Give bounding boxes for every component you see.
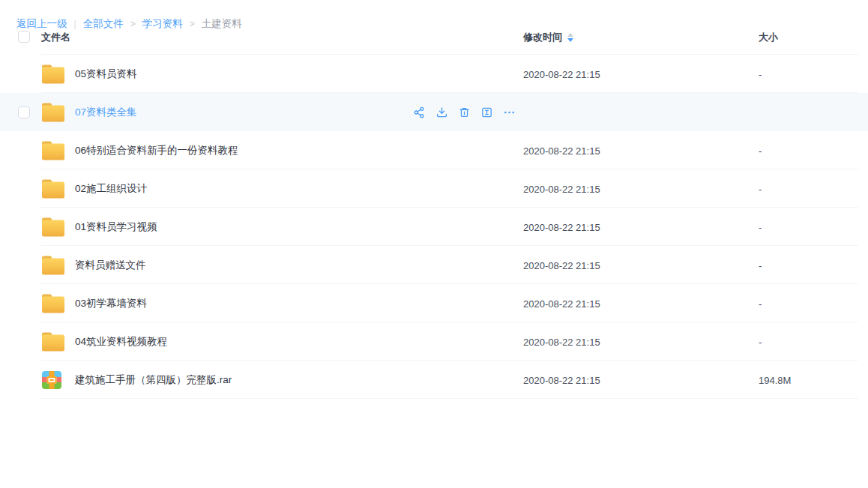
modified-time: 2020-08-22 21:15	[523, 336, 600, 347]
column-header-size: 大小	[759, 31, 778, 44]
modified-time: 2020-08-22 21:15	[523, 68, 600, 79]
folder-icon	[42, 217, 64, 236]
file-size: -	[759, 298, 762, 309]
folder-icon	[42, 294, 64, 313]
file-size: -	[759, 183, 762, 194]
folder-icon	[42, 103, 64, 121]
folder-icon	[42, 256, 64, 274]
download-icon[interactable]	[435, 106, 448, 118]
table-row[interactable]: 02施工组织设计 2020-08-22 21:15 -	[0, 169, 868, 208]
file-size: -	[759, 68, 762, 79]
file-size: -	[759, 221, 762, 232]
file-size: 194.8M	[759, 374, 791, 385]
file-name[interactable]: 07资料类全集	[75, 106, 137, 119]
column-header-modified-label: 修改时间	[523, 31, 562, 44]
rar-file-icon	[42, 371, 61, 389]
file-size: -	[759, 259, 762, 271]
folder-icon	[42, 64, 64, 83]
table-header: 文件名 修改时间 大小	[0, 21, 868, 55]
file-name[interactable]: 资料员赠送文件	[75, 259, 146, 272]
modified-time: 2020-08-22 21:15	[523, 298, 600, 309]
file-manager-page: 返回上一级 | 全部文件 > 学习资料 > 土建资料 文件名 修改时间 大小 0…	[0, 21, 868, 488]
modified-time: 2020-08-22 21:15	[523, 374, 600, 385]
table-row[interactable]: 06特别适合资料新手的一份资料教程 2020-08-22 21:15 -	[0, 131, 868, 169]
file-name[interactable]: 06特别适合资料新手的一份资料教程	[75, 144, 238, 157]
folder-icon	[42, 179, 64, 198]
table-row[interactable]: 建筑施工手册（第四版）完整版.rar 2020-08-22 21:15 194.…	[0, 361, 868, 399]
more-icon[interactable]	[503, 106, 516, 118]
table-row[interactable]: 05资料员资料 2020-08-22 21:15 -	[0, 55, 868, 93]
rename-icon[interactable]	[480, 106, 493, 118]
table-row[interactable]: 01资料员学习视频 2020-08-22 21:15 -	[0, 208, 868, 246]
column-header-modified: 修改时间	[523, 31, 573, 44]
file-name[interactable]: 05资料员资料	[75, 67, 137, 81]
table-row[interactable]: 04筑业资料视频教程 2020-08-22 21:15 -	[0, 322, 868, 361]
file-size: -	[759, 336, 762, 347]
select-all-checkbox[interactable]	[18, 31, 30, 43]
folder-icon	[42, 141, 64, 160]
share-icon[interactable]	[413, 106, 426, 118]
column-header-filename: 文件名	[41, 31, 70, 44]
table-row[interactable]: 03初学幕墙资料 2020-08-22 21:15 -	[0, 284, 868, 322]
modified-time: 2020-08-22 21:15	[523, 145, 600, 156]
table-row[interactable]: 资料员赠送文件 2020-08-22 21:15 -	[0, 246, 868, 284]
delete-icon[interactable]	[458, 106, 471, 118]
file-name[interactable]: 建筑施工手册（第四版）完整版.rar	[75, 373, 232, 387]
sort-icon[interactable]	[567, 33, 573, 42]
row-hover-actions	[413, 106, 516, 118]
folder-icon	[42, 332, 64, 351]
file-name[interactable]: 02施工组织设计	[75, 182, 147, 196]
file-name[interactable]: 03初学幕墙资料	[75, 297, 147, 310]
table-row[interactable]: 07资料类全集	[0, 93, 868, 131]
modified-time: 2020-08-22 21:15	[523, 259, 600, 271]
file-list: 05资料员资料 2020-08-22 21:15 - 07资料类全集	[0, 55, 868, 399]
file-name[interactable]: 01资料员学习视频	[75, 220, 157, 234]
file-name[interactable]: 04筑业资料视频教程	[75, 335, 167, 349]
file-size: -	[759, 145, 762, 156]
modified-time: 2020-08-22 21:15	[523, 183, 600, 194]
row-checkbox[interactable]	[18, 106, 30, 118]
modified-time: 2020-08-22 21:15	[523, 221, 600, 232]
